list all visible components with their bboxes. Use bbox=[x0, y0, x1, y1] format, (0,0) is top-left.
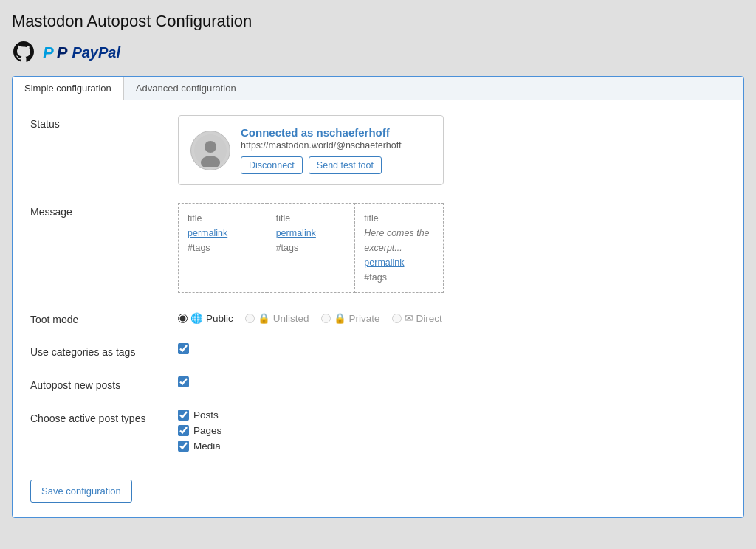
github-icon[interactable] bbox=[12, 40, 35, 66]
template1-tags: #tags bbox=[188, 241, 258, 255]
toot-mode-direct[interactable]: ✉ Direct bbox=[392, 312, 442, 324]
toot-mode-unlisted[interactable]: 🔒 Unlisted bbox=[245, 312, 309, 324]
toot-mode-private-radio[interactable] bbox=[321, 314, 331, 323]
toot-mode-options: 🌐 Public 🔒 Unlisted 🔒 Private bbox=[178, 311, 726, 324]
autopost-checkbox-row bbox=[178, 376, 726, 387]
use-categories-row: Use categories as tags bbox=[30, 343, 726, 359]
toot-mode-public-radio[interactable] bbox=[178, 314, 188, 323]
config-tabs-container: Simple configuration Advanced configurat… bbox=[12, 76, 744, 518]
toot-mode-direct-icon: ✉ bbox=[405, 312, 413, 324]
autopost-value bbox=[178, 376, 726, 392]
toot-mode-direct-label: Direct bbox=[416, 313, 442, 324]
autopost-label: Autopost new posts bbox=[30, 376, 178, 391]
post-type-posts-checkbox[interactable] bbox=[178, 410, 189, 421]
toot-mode-private-label: Private bbox=[349, 313, 380, 324]
autopost-checkbox[interactable] bbox=[178, 376, 189, 387]
toot-mode-public[interactable]: 🌐 Public bbox=[178, 312, 233, 324]
save-configuration-button[interactable]: Save configuration bbox=[30, 480, 132, 503]
brand-icons: PP PayPal bbox=[12, 40, 744, 66]
post-type-posts-label: Posts bbox=[193, 410, 219, 421]
disconnect-button[interactable]: Disconnect bbox=[241, 156, 303, 174]
tab-simple[interactable]: Simple configuration bbox=[13, 77, 124, 100]
status-info: Connected as nschaeferhoff https://masto… bbox=[241, 126, 431, 174]
connected-url: https://mastodon.world/@nschaeferhoff bbox=[241, 140, 431, 151]
use-categories-label: Use categories as tags bbox=[30, 343, 178, 358]
status-buttons: Disconnect Send test toot bbox=[241, 156, 431, 174]
template2-title: title bbox=[276, 211, 346, 226]
message-templates: title permalink #tags title permalink #t… bbox=[178, 203, 444, 293]
toot-mode-private[interactable]: 🔒 Private bbox=[321, 312, 380, 324]
avatar bbox=[190, 131, 230, 170]
use-categories-checkbox[interactable] bbox=[178, 343, 189, 354]
post-types-row: Choose active post types Posts Pages Med… bbox=[30, 410, 726, 456]
template3-excerpt: Here comes the excerpt... bbox=[364, 226, 434, 255]
page-title: Mastodon Autopost Configuration bbox=[12, 12, 744, 31]
message-row: Message title permalink #tags title perm… bbox=[30, 203, 726, 293]
toot-mode-unlisted-label: Unlisted bbox=[273, 313, 309, 324]
message-template-2[interactable]: title permalink #tags bbox=[267, 203, 356, 293]
template3-title: title bbox=[364, 211, 434, 226]
toot-mode-unlisted-icon: 🔒 bbox=[258, 312, 270, 324]
send-test-toot-button[interactable]: Send test toot bbox=[309, 156, 382, 174]
template1-title: title bbox=[188, 211, 258, 226]
tab-simple-content: Status Connected as nschaeferhoff https:… bbox=[13, 100, 743, 517]
status-row: Status Connected as nschaeferhoff https:… bbox=[30, 115, 726, 185]
tab-advanced[interactable]: Advanced configuration bbox=[124, 77, 248, 100]
status-label: Status bbox=[30, 115, 178, 130]
paypal-logo[interactable]: PP PayPal bbox=[43, 44, 120, 63]
post-type-posts-row: Posts bbox=[178, 410, 726, 421]
tabs-header: Simple configuration Advanced configurat… bbox=[13, 77, 743, 100]
message-template-1[interactable]: title permalink #tags bbox=[178, 203, 267, 293]
post-types-label: Choose active post types bbox=[30, 410, 178, 424]
post-type-media-row: Media bbox=[178, 441, 726, 452]
use-categories-checkbox-row bbox=[178, 343, 726, 354]
post-type-pages-label: Pages bbox=[193, 425, 221, 436]
template1-link: permalink bbox=[188, 228, 227, 238]
toot-mode-label: Toot mode bbox=[30, 311, 178, 325]
toot-mode-unlisted-radio[interactable] bbox=[245, 314, 255, 323]
post-type-pages-row: Pages bbox=[178, 425, 726, 436]
post-type-media-label: Media bbox=[193, 441, 221, 452]
template3-link: permalink bbox=[364, 258, 404, 268]
toot-mode-value: 🌐 Public 🔒 Unlisted 🔒 Private bbox=[178, 311, 726, 324]
template2-tags: #tags bbox=[276, 241, 346, 255]
toot-mode-public-label: Public bbox=[206, 313, 233, 324]
template3-tags: #tags bbox=[364, 270, 434, 285]
post-type-pages-checkbox[interactable] bbox=[178, 425, 189, 436]
message-value: title permalink #tags title permalink #t… bbox=[178, 203, 726, 293]
autopost-row: Autopost new posts bbox=[30, 376, 726, 392]
toot-mode-direct-radio[interactable] bbox=[392, 314, 402, 323]
status-card: Connected as nschaeferhoff https://masto… bbox=[178, 115, 444, 185]
message-template-3[interactable]: title Here comes the excerpt... permalin… bbox=[354, 203, 444, 293]
toot-mode-private-icon: 🔒 bbox=[334, 312, 346, 324]
svg-point-1 bbox=[205, 141, 216, 153]
toot-mode-row: Toot mode 🌐 Public 🔒 Unlisted bbox=[30, 311, 726, 325]
message-label: Message bbox=[30, 203, 178, 218]
template2-link: permalink bbox=[276, 228, 316, 238]
post-types-value: Posts Pages Media bbox=[178, 410, 726, 456]
use-categories-value bbox=[178, 343, 726, 359]
toot-mode-public-icon: 🌐 bbox=[190, 312, 203, 324]
status-value: Connected as nschaeferhoff https://masto… bbox=[178, 115, 726, 185]
post-type-media-checkbox[interactable] bbox=[178, 441, 189, 452]
connected-name: Connected as nschaeferhoff bbox=[241, 126, 431, 139]
